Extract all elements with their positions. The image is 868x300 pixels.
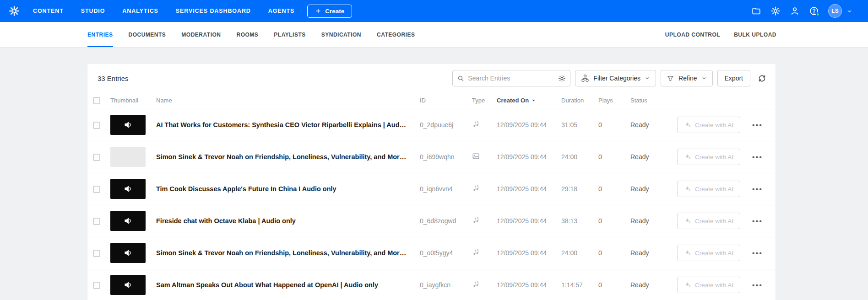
create-with-ai-button[interactable]: Create with AI (677, 213, 740, 229)
music-note-icon (472, 280, 480, 288)
entry-thumbnail[interactable] (110, 179, 146, 199)
table-row[interactable]: Tim Cook Discusses Apple's Future In Chi… (87, 173, 776, 205)
entry-type-icon (472, 184, 480, 192)
search-box (452, 70, 570, 86)
entry-thumbnail[interactable] (110, 243, 146, 263)
create-with-ai-label: Create with AI (695, 282, 733, 289)
topnav-item[interactable]: STUDIO (81, 8, 105, 14)
topnav-item[interactable]: SERVICES DASHBOARD (176, 8, 251, 14)
content-tab[interactable]: MODERATION (181, 22, 221, 47)
content-tab[interactable]: CATEGORIES (377, 22, 415, 47)
export-button[interactable]: Export (717, 70, 750, 86)
row-checkbox[interactable] (93, 250, 100, 257)
header-duration[interactable]: Duration (557, 92, 594, 109)
content-tab[interactable]: PLAYLISTS (274, 22, 305, 47)
entry-type-icon (472, 216, 480, 224)
header-thumbnail: Thumbnail (106, 92, 152, 109)
entry-name[interactable]: Simon Sinek & Trevor Noah on Friendship,… (152, 141, 415, 173)
entry-thumbnail[interactable] (110, 115, 146, 135)
entry-id: 0_2dpuue6j (415, 109, 467, 141)
select-all-checkbox[interactable] (93, 97, 100, 104)
header-id[interactable]: ID (415, 92, 467, 109)
entry-name[interactable]: Tim Cook Discusses Apple's Future In Chi… (152, 173, 415, 205)
entry-created-on: 12/09/2025 09:44 (492, 205, 557, 237)
row-actions: Create with AI (677, 277, 771, 293)
sparkle-icon (684, 217, 691, 225)
entry-duration: 29:18 (557, 173, 594, 205)
row-more-menu[interactable] (752, 122, 763, 129)
topnav-item[interactable]: ANALYTICS (122, 8, 158, 14)
row-more-menu[interactable] (752, 250, 763, 257)
user-account-button[interactable] (790, 6, 800, 16)
refresh-button[interactable] (758, 74, 766, 83)
header-name[interactable]: Name (152, 92, 415, 109)
row-checkbox[interactable] (93, 218, 100, 225)
tabbar-right-item[interactable]: UPLOAD CONTROL (665, 22, 720, 47)
speaker-icon (124, 248, 133, 257)
media-folder-button[interactable] (751, 6, 761, 16)
entry-duration: 38:13 (557, 205, 594, 237)
row-more-menu[interactable] (752, 186, 763, 193)
filter-categories-label: Filter Categories (593, 75, 640, 82)
topnav-item[interactable]: AGENTS (268, 8, 295, 14)
avatar-menu-toggle[interactable] (846, 8, 852, 14)
settings-button[interactable] (770, 6, 781, 16)
header-status[interactable]: Status (626, 92, 673, 109)
main-content: 33 Entries (0, 48, 868, 300)
create-button[interactable]: Create (307, 5, 352, 18)
row-more-menu[interactable] (752, 154, 763, 161)
online-status-dot (816, 12, 820, 16)
entry-created-on: 12/09/2025 09:44 (492, 141, 557, 173)
avatar[interactable]: LS (828, 4, 842, 18)
content-tab[interactable]: DOCUMENTS (129, 22, 166, 47)
row-more-menu[interactable] (752, 218, 763, 225)
kaltura-logo[interactable] (8, 5, 20, 17)
entries-card: 33 Entries (87, 64, 776, 300)
table-row[interactable]: Simon Sinek & Trevor Noah on Friendship,… (87, 141, 776, 173)
filter-categories-button[interactable]: Filter Categories (575, 70, 656, 86)
topnav-item[interactable]: CONTENT (33, 8, 64, 14)
row-checkbox[interactable] (93, 282, 100, 289)
content-tab[interactable]: ENTRIES (87, 22, 113, 47)
create-with-ai-button[interactable]: Create with AI (677, 245, 740, 261)
entry-duration: 31:05 (557, 109, 594, 141)
tabbar-right-item[interactable]: BULK UPLOAD (734, 22, 776, 47)
create-with-ai-button[interactable]: Create with AI (677, 181, 740, 197)
entry-name[interactable]: Simon Sinek & Trevor Noah on Friendship,… (152, 237, 415, 269)
row-checkbox[interactable] (93, 186, 100, 193)
entry-id: 0_iaygfkcn (415, 269, 467, 300)
table-row[interactable]: Simon Sinek & Trevor Noah on Friendship,… (87, 237, 776, 269)
table-row[interactable]: AI That Works for Customers: Synthesia C… (87, 109, 776, 141)
export-label: Export (725, 75, 743, 82)
entry-name[interactable]: Fireside chat with Octave Klaba | Audio … (152, 205, 415, 237)
table-row[interactable]: Fireside chat with Octave Klaba | Audio … (87, 205, 776, 237)
entry-thumbnail[interactable] (110, 275, 146, 295)
refine-button[interactable]: Refine (661, 70, 712, 86)
create-with-ai-button[interactable]: Create with AI (677, 149, 740, 165)
entry-thumbnail[interactable] (110, 147, 146, 167)
row-more-menu[interactable] (752, 282, 763, 289)
search-settings-button[interactable] (558, 75, 566, 82)
row-checkbox[interactable] (93, 154, 100, 161)
content-tab[interactable]: ROOMS (236, 22, 258, 47)
entry-thumbnail[interactable] (110, 211, 146, 231)
create-with-ai-label: Create with AI (695, 218, 733, 225)
search-input[interactable] (468, 75, 555, 82)
create-with-ai-button[interactable]: Create with AI (677, 117, 740, 133)
content-tab[interactable]: SYNDICATION (321, 22, 361, 47)
funnel-icon (667, 75, 674, 82)
help-button[interactable] (809, 6, 819, 16)
header-type[interactable]: Type (467, 92, 492, 109)
entry-name[interactable]: AI That Works for Customers: Synthesia C… (152, 109, 415, 141)
header-created-on[interactable]: Created On (492, 92, 557, 109)
create-with-ai-label: Create with AI (695, 186, 733, 193)
table-row[interactable]: Sam Altman Speaks Out About What Happene… (87, 269, 776, 300)
entry-name[interactable]: Sam Altman Speaks Out About What Happene… (152, 269, 415, 300)
create-with-ai-button[interactable]: Create with AI (677, 277, 740, 293)
header-plays[interactable]: Plays (594, 92, 626, 109)
plus-icon (315, 8, 321, 14)
entry-status: Ready (626, 205, 673, 237)
music-note-icon (472, 120, 480, 128)
top-app-bar: CONTENT STUDIO ANALYTICS SERVICES DASHBO… (0, 0, 868, 22)
row-checkbox[interactable] (93, 122, 100, 129)
